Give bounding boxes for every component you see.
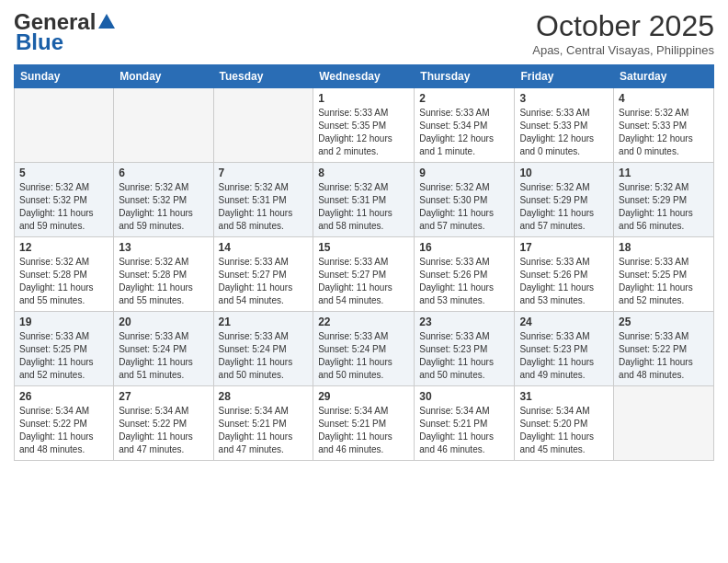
table-row	[114, 88, 213, 163]
table-row: 28 Sunrise: 5:34 AMSunset: 5:21 PMDaylig…	[213, 386, 313, 461]
table-row: 6 Sunrise: 5:32 AMSunset: 5:32 PMDayligh…	[114, 163, 213, 237]
table-row: 18 Sunrise: 5:33 AMSunset: 5:25 PMDaylig…	[614, 237, 714, 312]
table-row: 8 Sunrise: 5:32 AMSunset: 5:31 PMDayligh…	[313, 163, 415, 237]
col-friday: Friday	[515, 65, 614, 88]
day-info: Sunrise: 5:32 AMSunset: 5:28 PMDaylight:…	[19, 257, 94, 305]
table-row: 4 Sunrise: 5:32 AMSunset: 5:33 PMDayligh…	[614, 88, 714, 163]
calendar-week-row: 26 Sunrise: 5:34 AMSunset: 5:22 PMDaylig…	[15, 386, 714, 461]
table-row	[614, 386, 714, 461]
table-row	[213, 88, 313, 163]
day-number: 17	[519, 241, 609, 254]
day-number: 27	[119, 390, 208, 403]
month-title: October 2025	[532, 9, 714, 43]
day-number: 23	[419, 316, 509, 328]
day-number: 31	[519, 390, 609, 403]
day-number: 18	[619, 241, 709, 254]
day-info: Sunrise: 5:33 AMSunset: 5:27 PMDaylight:…	[318, 257, 392, 305]
day-info: Sunrise: 5:33 AMSunset: 5:24 PMDaylight:…	[318, 331, 392, 380]
table-row: 7 Sunrise: 5:32 AMSunset: 5:31 PMDayligh…	[213, 163, 313, 237]
day-info: Sunrise: 5:32 AMSunset: 5:32 PMDaylight:…	[19, 182, 94, 231]
day-info: Sunrise: 5:32 AMSunset: 5:31 PMDaylight:…	[219, 182, 293, 231]
table-row: 14 Sunrise: 5:33 AMSunset: 5:27 PMDaylig…	[213, 237, 313, 312]
table-row: 20 Sunrise: 5:33 AMSunset: 5:24 PMDaylig…	[114, 312, 213, 386]
table-row: 15 Sunrise: 5:33 AMSunset: 5:27 PMDaylig…	[313, 237, 415, 312]
day-number: 30	[419, 390, 509, 403]
table-row: 31 Sunrise: 5:34 AMSunset: 5:20 PMDaylig…	[515, 386, 614, 461]
day-info: Sunrise: 5:33 AMSunset: 5:22 PMDaylight:…	[619, 331, 693, 380]
day-number: 22	[318, 316, 409, 328]
col-wednesday: Wednesday	[313, 65, 415, 88]
col-sunday: Sunday	[15, 65, 114, 88]
calendar-week-row: 1 Sunrise: 5:33 AMSunset: 5:35 PMDayligh…	[15, 88, 714, 163]
calendar-week-row: 5 Sunrise: 5:32 AMSunset: 5:32 PMDayligh…	[15, 163, 714, 237]
day-number: 6	[119, 167, 208, 179]
table-row: 23 Sunrise: 5:33 AMSunset: 5:23 PMDaylig…	[415, 312, 515, 386]
day-number: 29	[318, 390, 409, 403]
day-number: 25	[619, 316, 709, 328]
col-thursday: Thursday	[415, 65, 515, 88]
table-row: 9 Sunrise: 5:32 AMSunset: 5:30 PMDayligh…	[415, 163, 515, 237]
day-info: Sunrise: 5:32 AMSunset: 5:33 PMDaylight:…	[619, 108, 693, 156]
table-row: 22 Sunrise: 5:33 AMSunset: 5:24 PMDaylig…	[313, 312, 415, 386]
calendar-header-row: Sunday Monday Tuesday Wednesday Thursday…	[15, 65, 714, 88]
logo-blue: Blue	[14, 29, 63, 55]
day-number: 13	[119, 241, 208, 254]
day-info: Sunrise: 5:34 AMSunset: 5:21 PMDaylight:…	[318, 406, 392, 454]
col-tuesday: Tuesday	[213, 65, 313, 88]
day-info: Sunrise: 5:33 AMSunset: 5:25 PMDaylight:…	[19, 331, 94, 380]
day-info: Sunrise: 5:33 AMSunset: 5:25 PMDaylight:…	[619, 257, 693, 305]
calendar-week-row: 12 Sunrise: 5:32 AMSunset: 5:28 PMDaylig…	[15, 237, 714, 312]
day-number: 14	[219, 241, 309, 254]
day-info: Sunrise: 5:34 AMSunset: 5:21 PMDaylight:…	[219, 406, 293, 454]
table-row: 27 Sunrise: 5:34 AMSunset: 5:22 PMDaylig…	[114, 386, 213, 461]
day-number: 15	[318, 241, 409, 254]
table-row: 26 Sunrise: 5:34 AMSunset: 5:22 PMDaylig…	[15, 386, 114, 461]
table-row: 10 Sunrise: 5:32 AMSunset: 5:29 PMDaylig…	[515, 163, 614, 237]
day-number: 7	[219, 167, 309, 179]
col-saturday: Saturday	[614, 65, 714, 88]
day-info: Sunrise: 5:33 AMSunset: 5:23 PMDaylight:…	[519, 331, 594, 380]
day-info: Sunrise: 5:33 AMSunset: 5:23 PMDaylight:…	[419, 331, 494, 380]
table-row: 29 Sunrise: 5:34 AMSunset: 5:21 PMDaylig…	[313, 386, 415, 461]
title-block: October 2025 Apas, Central Visayas, Phil…	[532, 9, 714, 57]
day-number: 26	[19, 390, 108, 403]
table-row: 25 Sunrise: 5:33 AMSunset: 5:22 PMDaylig…	[614, 312, 714, 386]
day-number: 11	[619, 167, 709, 179]
table-row: 17 Sunrise: 5:33 AMSunset: 5:26 PMDaylig…	[515, 237, 614, 312]
svg-marker-0	[98, 14, 115, 29]
table-row: 13 Sunrise: 5:32 AMSunset: 5:28 PMDaylig…	[114, 237, 213, 312]
day-number: 3	[519, 92, 609, 105]
day-number: 19	[19, 316, 108, 328]
location: Apas, Central Visayas, Philippines	[532, 43, 714, 57]
day-info: Sunrise: 5:32 AMSunset: 5:32 PMDaylight:…	[119, 182, 193, 231]
day-number: 28	[219, 390, 309, 403]
day-number: 2	[419, 92, 509, 105]
header: General Blue October 2025 Apas, Central …	[14, 9, 714, 57]
day-number: 8	[318, 167, 409, 179]
day-number: 20	[119, 316, 208, 328]
day-number: 1	[318, 92, 409, 105]
table-row: 21 Sunrise: 5:33 AMSunset: 5:24 PMDaylig…	[213, 312, 313, 386]
col-monday: Monday	[114, 65, 213, 88]
day-number: 21	[219, 316, 309, 328]
day-number: 9	[419, 167, 509, 179]
day-info: Sunrise: 5:33 AMSunset: 5:35 PMDaylight:…	[318, 108, 392, 156]
day-info: Sunrise: 5:32 AMSunset: 5:28 PMDaylight:…	[119, 257, 193, 305]
logo-icon	[97, 12, 117, 32]
day-info: Sunrise: 5:33 AMSunset: 5:26 PMDaylight:…	[419, 257, 494, 305]
day-info: Sunrise: 5:34 AMSunset: 5:22 PMDaylight:…	[119, 406, 193, 454]
day-number: 16	[419, 241, 509, 254]
table-row: 11 Sunrise: 5:32 AMSunset: 5:29 PMDaylig…	[614, 163, 714, 237]
day-info: Sunrise: 5:33 AMSunset: 5:24 PMDaylight:…	[119, 331, 193, 380]
day-info: Sunrise: 5:32 AMSunset: 5:31 PMDaylight:…	[318, 182, 392, 231]
table-row: 1 Sunrise: 5:33 AMSunset: 5:35 PMDayligh…	[313, 88, 415, 163]
day-info: Sunrise: 5:34 AMSunset: 5:22 PMDaylight:…	[19, 406, 94, 454]
day-info: Sunrise: 5:33 AMSunset: 5:34 PMDaylight:…	[419, 108, 494, 156]
calendar-week-row: 19 Sunrise: 5:33 AMSunset: 5:25 PMDaylig…	[15, 312, 714, 386]
day-info: Sunrise: 5:32 AMSunset: 5:30 PMDaylight:…	[419, 182, 494, 231]
table-row: 16 Sunrise: 5:33 AMSunset: 5:26 PMDaylig…	[415, 237, 515, 312]
day-info: Sunrise: 5:34 AMSunset: 5:20 PMDaylight:…	[519, 406, 594, 454]
table-row	[15, 88, 114, 163]
page-container: General Blue October 2025 Apas, Central …	[0, 0, 728, 470]
day-info: Sunrise: 5:33 AMSunset: 5:26 PMDaylight:…	[519, 257, 594, 305]
